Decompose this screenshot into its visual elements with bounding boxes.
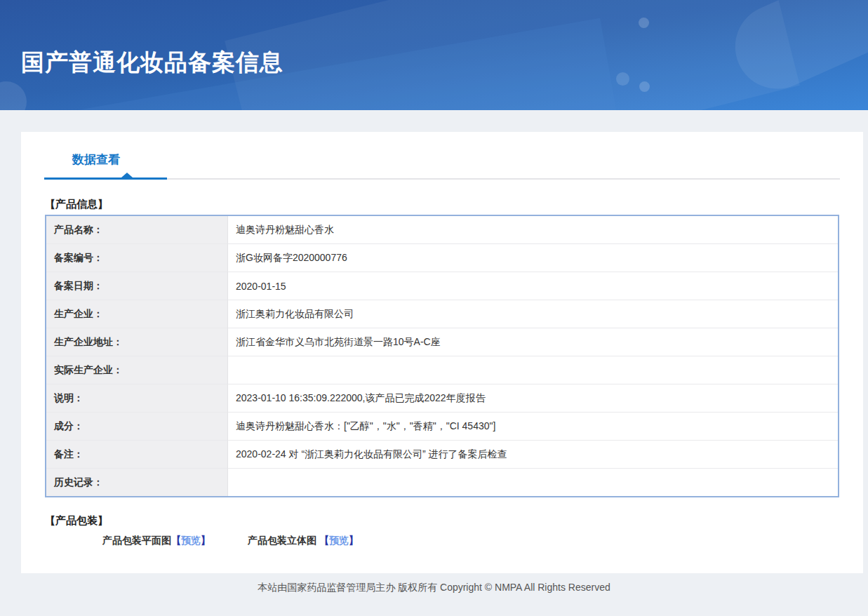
field-value-ingredients: 迪奥诗丹粉魅甜心香水：["乙醇"，"水"，"香精"，"CI 45430"] <box>228 412 838 440</box>
packaging-flat-view-item: 产品包装平面图【预览】 <box>102 535 211 546</box>
banner-circle-decoration <box>639 81 650 92</box>
tab-bar: 数据查看 <box>21 132 863 180</box>
content-card: 数据查看 【产品信息】 产品名称： 迪奥诗丹粉魅甜心香水 备案编号： 浙G妆网备… <box>21 132 863 573</box>
field-label-product-name: 产品名称： <box>46 216 228 243</box>
field-value-manufacturer-address: 浙江省金华市义乌市北苑街道景一路10号A-C座 <box>228 328 838 356</box>
field-value-product-name: 迪奥诗丹粉魅甜心香水 <box>228 216 838 243</box>
tab-data-view[interactable]: 数据查看 <box>72 152 120 168</box>
banner: 国产普通化妆品备案信息 <box>0 0 868 110</box>
packaging-3d-view-item: 产品包装立体图 【预览】 <box>248 535 359 546</box>
product-info-table: 产品名称： 迪奥诗丹粉魅甜心香水 备案编号： 浙G妆网备字2020000776 … <box>45 215 839 497</box>
field-label-history: 历史记录： <box>46 468 228 496</box>
page-title: 国产普通化妆品备案信息 <box>21 47 283 79</box>
packaging-row: 产品包装平面图【预览】产品包装立体图 【预览】 <box>102 535 863 547</box>
field-label-filing-number: 备案编号： <box>46 243 228 272</box>
field-value-actual-manufacturer <box>228 356 838 384</box>
field-label-filing-date: 备案日期： <box>46 272 228 300</box>
table-row: 生产企业地址： 浙江省金华市义乌市北苑街道景一路10号A-C座 <box>46 328 838 356</box>
table-row: 备案编号： 浙G妆网备字2020000776 <box>46 243 838 272</box>
footer-text: 本站由国家药品监督管理局主办 版权所有 Copyright © NMPA All… <box>258 582 610 593</box>
table-row: 成分： 迪奥诗丹粉魅甜心香水：["乙醇"，"水"，"香精"，"CI 45430"… <box>46 412 838 440</box>
table-row: 备案日期： 2020-01-15 <box>46 272 838 300</box>
table-row: 产品名称： 迪奥诗丹粉魅甜心香水 <box>46 216 838 243</box>
table-row: 历史记录： <box>46 468 838 496</box>
preview-3d-view-link[interactable]: 预览 <box>329 535 349 546</box>
banner-circle-decoration <box>639 18 649 28</box>
footer: 本站由国家药品监督管理局主办 版权所有 Copyright © NMPA All… <box>0 582 868 594</box>
field-label-description: 说明： <box>46 384 228 412</box>
field-label-remarks: 备注： <box>46 440 228 468</box>
banner-ribbon-decoration <box>225 0 800 110</box>
field-value-remarks: 2020-02-24 对 “浙江奥莉力化妆品有限公司” 进行了备案后检查 <box>228 440 838 468</box>
packaging-3d-view-label: 产品包装立体图 <box>248 535 319 546</box>
product-info-section-title: 【产品信息】 <box>45 198 839 211</box>
field-value-history <box>228 468 838 496</box>
field-label-ingredients: 成分： <box>46 412 228 440</box>
preview-flat-view-link[interactable]: 预览 <box>181 535 201 546</box>
packaging-section-title: 【产品包装】 <box>45 514 839 528</box>
field-value-filing-date: 2020-01-15 <box>228 272 838 300</box>
bracket-close: 】 <box>349 535 359 546</box>
field-label-manufacturer-address: 生产企业地址： <box>46 328 228 356</box>
field-value-filing-number: 浙G妆网备字2020000776 <box>228 243 838 272</box>
banner-circle-decoration <box>616 72 629 86</box>
bracket-close: 】 <box>201 535 211 546</box>
table-row: 生产企业： 浙江奥莉力化妆品有限公司 <box>46 300 838 328</box>
banner-ribbon-decoration <box>722 0 868 102</box>
packaging-flat-view-label: 产品包装平面图 <box>102 535 171 546</box>
table-row: 实际生产企业： <box>46 356 838 384</box>
banner-circle-decoration <box>0 81 27 110</box>
table-row: 说明： 2023-01-10 16:35:09.222000,该产品已完成202… <box>46 384 838 412</box>
field-label-manufacturer: 生产企业： <box>46 300 228 328</box>
bracket-open: 【 <box>171 535 181 546</box>
active-tab-underline <box>44 178 167 180</box>
table-row: 备注： 2020-02-24 对 “浙江奥莉力化妆品有限公司” 进行了备案后检查 <box>46 440 838 468</box>
field-value-manufacturer: 浙江奥莉力化妆品有限公司 <box>228 300 838 328</box>
active-tab-arrow-icon <box>121 173 133 178</box>
field-value-description: 2023-01-10 16:35:09.222000,该产品已完成2022年度报… <box>228 384 838 412</box>
bracket-open: 【 <box>319 535 329 546</box>
field-label-actual-manufacturer: 实际生产企业： <box>46 356 228 384</box>
